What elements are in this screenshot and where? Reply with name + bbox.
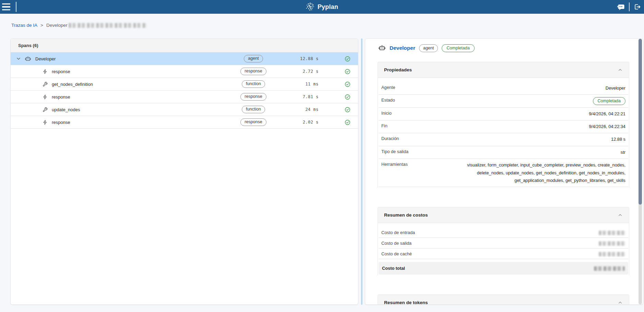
- spans-panel: Spans (6) Developeragent12.88 sresponser…: [10, 38, 358, 305]
- span-row-update_nodes[interactable]: update_nodesfunction24 ms: [11, 103, 358, 116]
- redacted-value: [599, 252, 625, 256]
- chevron-up-icon[interactable]: [618, 300, 623, 305]
- redacted-value: [599, 231, 625, 235]
- property-row: Costo total: [379, 262, 628, 275]
- status-badge: Completada: [593, 97, 625, 105]
- section-1: Resumen de costos Costo de entrada Costo…: [378, 207, 629, 275]
- pyplan-logo-icon: [306, 2, 315, 11]
- span-label: response: [52, 69, 229, 74]
- property-row: Costo de salida: [379, 238, 628, 249]
- check-circle-icon: [345, 94, 350, 100]
- span-detail-panel: Developer agent Completada Propiedades A…: [365, 38, 643, 305]
- check-circle-icon: [345, 81, 350, 87]
- redacted-value: [594, 266, 625, 271]
- span-duration: 2.72 s: [277, 69, 319, 74]
- property-row: Estado Completada: [379, 95, 628, 108]
- property-row: Fin 9/4/2026, 04:22:34: [379, 120, 628, 133]
- property-label: Inicio: [381, 110, 446, 116]
- span-duration: 7.81 s: [277, 94, 319, 99]
- breadcrumb-redacted-text: [69, 23, 147, 28]
- check-circle-icon: [345, 119, 350, 125]
- detail-status-badge: Completada: [442, 44, 474, 52]
- property-value: Developer: [606, 84, 625, 92]
- wrench-icon: [43, 107, 48, 112]
- property-row: Duración 12.88 s: [379, 133, 628, 146]
- logout-icon[interactable]: [634, 2, 641, 11]
- span-duration: 11 ms: [277, 82, 319, 86]
- robot-icon: [25, 56, 31, 62]
- property-value: 12.88 s: [611, 136, 625, 143]
- property-label: Costo total: [382, 265, 447, 271]
- section-header[interactable]: Resumen de costos: [378, 207, 629, 223]
- spans-list: Developeragent12.88 sresponseresponse2.7…: [11, 53, 358, 129]
- property-label: Agente: [381, 84, 446, 90]
- zap-icon: [43, 120, 48, 125]
- detail-type-badge: agent: [419, 44, 438, 52]
- span-label: get_nodes_definition: [52, 82, 229, 87]
- property-value: 9/4/2026, 04:22:34: [589, 123, 625, 130]
- span-type-badge: response: [240, 68, 266, 76]
- chevron-down-icon[interactable]: [15, 56, 22, 61]
- section-header[interactable]: Propiedades: [378, 62, 629, 78]
- section-body: Agente Developer Estado Completada Inici…: [378, 78, 629, 188]
- vertical-scrollbar[interactable]: [639, 39, 642, 304]
- property-label: Tipo de salida: [381, 149, 446, 154]
- section-header[interactable]: Resumen de tokens: [378, 295, 629, 305]
- property-value: visualizer, form_completer, input_cube_c…: [446, 161, 625, 184]
- property-row: Inicio 9/4/2026, 04:22:21: [379, 108, 628, 120]
- property-value: 9/4/2026, 04:22:21: [589, 110, 625, 118]
- span-type-badge: agent: [244, 55, 263, 63]
- property-row: Herramientas visualizer, form_completer,…: [379, 159, 628, 187]
- chevron-up-icon[interactable]: [618, 67, 623, 72]
- robot-icon: [378, 44, 386, 52]
- section-title: Resumen de tokens: [384, 300, 428, 305]
- span-type-badge: function: [242, 106, 265, 114]
- property-label: Costo de salida: [381, 240, 446, 246]
- section-title: Resumen de costos: [384, 212, 428, 218]
- span-type-badge: response: [240, 118, 266, 126]
- app-bar: Pyplan: [0, 0, 644, 14]
- main-content: Spans (6) Developeragent12.88 sresponser…: [10, 38, 644, 305]
- breadcrumb: Trazas de IA > Developer: [0, 14, 644, 38]
- property-row: Agente Developer: [379, 82, 628, 95]
- redacted-value: [599, 241, 625, 246]
- property-label: Estado: [381, 97, 446, 103]
- app-title: Pyplan: [318, 3, 338, 11]
- span-label: response: [52, 94, 229, 100]
- app-logo: Pyplan: [306, 2, 338, 11]
- span-duration: 12.88 s: [277, 56, 319, 61]
- span-type-badge: function: [242, 80, 265, 88]
- breadcrumb-link-trazas[interactable]: Trazas de IA: [11, 23, 37, 28]
- detail-title-row: Developer agent Completada: [378, 44, 629, 52]
- span-row-response[interactable]: responseresponse2.02 s: [11, 116, 358, 129]
- panel-splitter[interactable]: [361, 38, 362, 305]
- span-row-response[interactable]: responseresponse7.81 s: [11, 91, 358, 103]
- hamburger-menu-icon[interactable]: [2, 2, 12, 12]
- span-label: response: [52, 120, 229, 125]
- chat-bot-icon[interactable]: [616, 3, 625, 11]
- zap-icon: [43, 94, 48, 100]
- section-2: Resumen de tokens Tokens de entrada 24.1…: [378, 294, 629, 305]
- scrollbar-thumb[interactable]: [639, 39, 642, 205]
- appbar-divider: [16, 2, 16, 12]
- wrench-icon: [43, 82, 48, 87]
- property-value: str: [621, 149, 625, 156]
- property-row: Costo de entrada: [379, 227, 628, 238]
- span-row-get_nodes_definition[interactable]: get_nodes_definitionfunction11 ms: [11, 78, 358, 91]
- span-row-Developer[interactable]: Developeragent12.88 s: [11, 53, 358, 65]
- chevron-up-icon[interactable]: [618, 212, 623, 218]
- property-label: Herramientas: [381, 161, 446, 167]
- span-duration: 24 ms: [277, 107, 319, 112]
- span-row-response[interactable]: responseresponse2.72 s: [11, 65, 358, 78]
- breadcrumb-separator: >: [40, 23, 43, 28]
- section-0: Propiedades Agente Developer Estado Comp…: [378, 62, 629, 188]
- breadcrumb-current: Developer: [46, 23, 68, 28]
- property-label: Fin: [381, 123, 446, 128]
- detail-agent-name: Developer: [390, 45, 415, 51]
- appbar-divider: [629, 2, 630, 11]
- spans-panel-header: Spans (6): [11, 39, 358, 53]
- zap-icon: [43, 69, 48, 74]
- span-label: Developer: [35, 56, 229, 61]
- property-row: Tipo de salida str: [379, 146, 628, 159]
- section-title: Propiedades: [384, 67, 412, 72]
